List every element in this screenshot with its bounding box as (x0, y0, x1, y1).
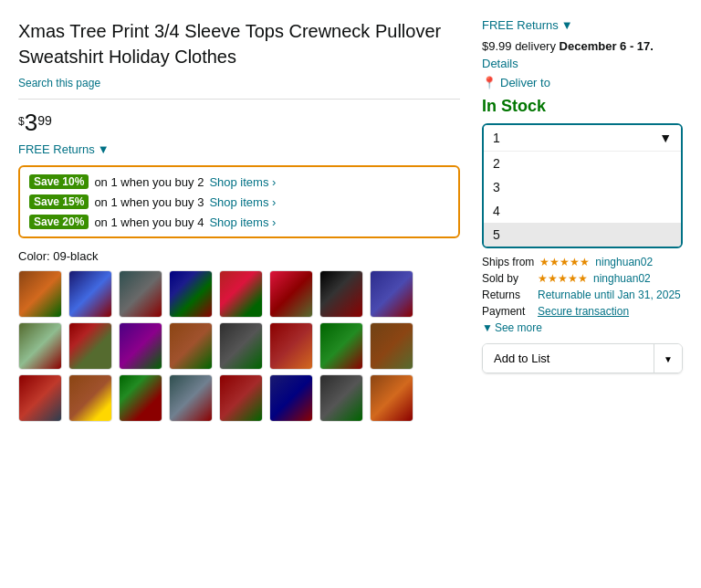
product-title: Xmas Tree Print 3/4 Sleeve Tops Crewneck… (18, 18, 460, 69)
free-returns-label: FREE Returns (18, 142, 95, 156)
returns-row: Returns Returnable until Jan 31, 2025 (482, 289, 683, 301)
deal-row: Save 15%on 1 when you buy 3Shop items › (29, 194, 449, 209)
divider (18, 99, 460, 100)
shop-items-link[interactable]: Shop items › (209, 195, 276, 209)
price-decimal: 99 (37, 113, 52, 128)
color-swatch-8[interactable] (370, 270, 413, 318)
color-swatch-22[interactable] (269, 374, 313, 422)
right-chevron-down-icon: ▼ (561, 18, 573, 32)
ships-from-stars: ★★★★★ (539, 256, 590, 268)
color-swatch-12[interactable] (169, 322, 213, 370)
color-swatch-18[interactable] (68, 374, 112, 422)
color-swatch-15[interactable] (319, 322, 363, 370)
sold-by-stars: ★★★★★ (538, 272, 588, 285)
color-swatch-16[interactable] (370, 322, 413, 370)
deal-text: on 1 when you buy 4 (94, 215, 204, 229)
returns-label: Returns (482, 289, 532, 301)
price-row: $399 (18, 109, 460, 137)
color-swatch-21[interactable] (219, 374, 263, 422)
deliver-to-label: Deliver to (500, 76, 550, 89)
color-swatch-10[interactable] (68, 322, 112, 370)
ships-from-label: Ships from (482, 256, 534, 268)
quantity-option-5[interactable]: 5 (484, 223, 681, 247)
deal-text: on 1 when you buy 2 (94, 175, 204, 189)
add-to-list-dropdown-button[interactable]: ▼ (654, 344, 682, 373)
color-swatch-9[interactable] (18, 322, 62, 370)
color-swatch-5[interactable] (219, 270, 263, 318)
color-swatch-17[interactable] (18, 374, 62, 422)
free-returns-link[interactable]: FREE Returns ▼ (18, 142, 460, 156)
shop-items-link[interactable]: Shop items › (209, 175, 276, 189)
sold-by-label: Sold by (482, 272, 532, 285)
in-stock-label: In Stock (482, 97, 683, 116)
chevron-down-small-icon: ▼ (482, 321, 493, 334)
color-swatch-23[interactable] (319, 374, 363, 422)
color-swatch-11[interactable] (119, 322, 162, 370)
quantity-option-3[interactable]: 3 (484, 175, 681, 199)
right-free-returns-label: FREE Returns (482, 18, 559, 32)
delivery-price: $9.99 delivery (482, 39, 556, 53)
deal-row: Save 20%on 1 when you buy 4Shop items › (29, 215, 449, 229)
save-badge: Save 15% (29, 194, 89, 209)
quantity-option-4[interactable]: 4 (484, 199, 681, 223)
product-left-column: Xmas Tree Print 3/4 Sleeve Tops Crewneck… (18, 18, 460, 431)
see-more-row[interactable]: ▼ See more (482, 321, 683, 334)
deal-text: on 1 when you buy 3 (94, 195, 204, 209)
payment-value[interactable]: Secure transaction (538, 305, 629, 318)
color-swatch-13[interactable] (219, 322, 263, 370)
color-swatch-14[interactable] (269, 322, 313, 370)
ships-from-row: Ships from ★★★★★ ninghuan02 (482, 256, 683, 268)
color-swatch-3[interactable] (119, 270, 162, 318)
deal-row: Save 10%on 1 when you buy 2Shop items › (29, 174, 449, 189)
color-swatch-4[interactable] (169, 270, 213, 318)
color-swatch-2[interactable] (68, 270, 112, 318)
color-swatch-1[interactable] (18, 270, 62, 318)
product-right-column: FREE Returns ▼ $9.99 delivery December 6… (482, 18, 683, 373)
deliver-to-row[interactable]: 📍 Deliver to (482, 76, 683, 89)
search-this-page-link[interactable]: Search this page (18, 77, 100, 89)
sold-by-row: Sold by ★★★★★ ninghuan02 (482, 272, 683, 285)
ships-from-value[interactable]: ninghuan02 (595, 256, 653, 268)
add-to-list-button[interactable]: Add to List (483, 344, 654, 373)
shop-items-link[interactable]: Shop items › (209, 215, 276, 229)
delivery-info: $9.99 delivery December 6 - 17. (482, 39, 683, 53)
color-swatch-19[interactable] (119, 374, 162, 422)
price-integer: 3 (25, 109, 37, 136)
save-badge: Save 10% (29, 174, 89, 189)
location-icon: 📍 (482, 76, 497, 89)
details-link[interactable]: Details (482, 57, 683, 70)
payment-label: Payment (482, 305, 532, 318)
color-swatch-20[interactable] (169, 374, 213, 422)
sold-by-value[interactable]: ninghuan02 (593, 272, 651, 285)
color-label: Color: 09-black (18, 249, 460, 263)
color-swatch-6[interactable] (269, 270, 313, 318)
quantity-dropdown[interactable]: 1 ▼ 2 3 4 5 (482, 123, 683, 248)
see-more-label: See more (495, 321, 542, 334)
quantity-selected[interactable]: 1 ▼ (484, 125, 681, 152)
add-to-list-chevron-icon: ▼ (664, 354, 673, 364)
payment-row: Payment Secure transaction (482, 305, 683, 318)
quantity-chevron-icon: ▼ (659, 131, 672, 145)
quantity-selected-value: 1 (493, 131, 500, 145)
deals-box: Save 10%on 1 when you buy 2Shop items ›S… (18, 165, 460, 238)
quantity-option-2[interactable]: 2 (484, 152, 681, 175)
add-to-list-row: Add to List ▼ (482, 343, 683, 373)
color-swatch-24[interactable] (370, 374, 413, 422)
delivery-date: December 6 - 17. (560, 39, 654, 53)
save-badge: Save 20% (29, 215, 89, 229)
price-currency: $ (18, 115, 25, 128)
returns-value: Returnable until Jan 31, 2025 (538, 289, 681, 301)
color-swatches-grid (18, 270, 460, 422)
chevron-down-icon: ▼ (98, 142, 110, 156)
color-swatch-7[interactable] (319, 270, 363, 318)
right-free-returns[interactable]: FREE Returns ▼ (482, 18, 683, 32)
